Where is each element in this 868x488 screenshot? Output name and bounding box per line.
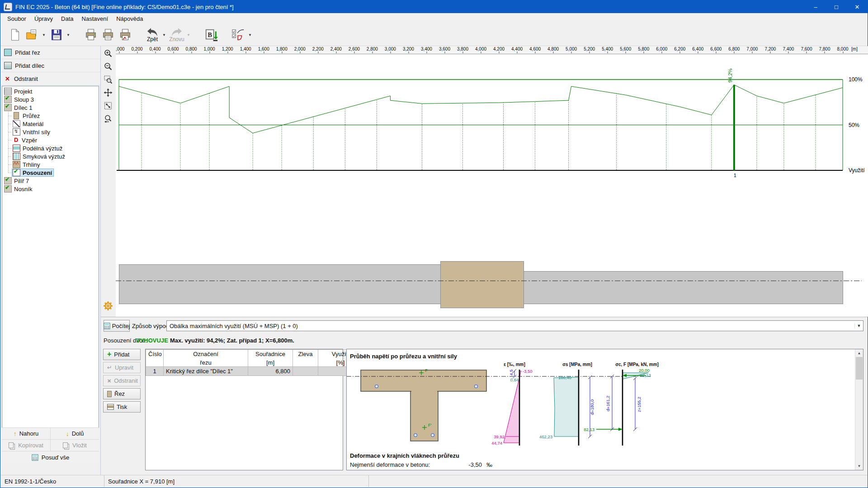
svg-text:4,5: 4,5 [509,370,514,375]
ruler-tick: 5,000 [566,47,577,52]
ruler-tick: 5,400 [602,47,613,52]
ruler-tick: 0,000 [116,47,125,52]
tree-item[interactable]: Pilíř 7 [2,177,99,185]
tree-item[interactable]: Projekt [2,87,99,95]
print-view-button[interactable] [100,25,116,45]
tree-item[interactable]: Nosník [2,185,99,193]
copy-button[interactable]: Kopírovat [2,440,50,451]
copy-icon [9,442,14,448]
undo-button[interactable]: Zpět [144,25,160,45]
zoom-previous-button[interactable] [102,113,114,125]
section-action-button[interactable]: Řez [103,388,141,399]
pan-icon [104,88,113,97]
pan-button[interactable] [102,87,114,99]
open-file-button[interactable] [24,25,40,45]
left-sidebar: Přidat řez Přidat dílec Odstranit [1,46,101,475]
zoom-window-button[interactable] [102,74,114,85]
method-select[interactable]: Obálka maximálních využití (MSÚ + MSP) (… [166,320,863,331]
redo-dropdown[interactable]: ▼ [186,25,191,45]
move-down-button[interactable]: ↓ Dolů [51,428,99,439]
menu-bar: SouborÚpravyDataNastaveníNápověda [0,13,868,24]
menu-item[interactable]: Úpravy [30,14,57,23]
tree-item-label: Podélná výztuž [23,145,62,152]
beam-elevation-right-segment [524,271,843,304]
new-file-button[interactable] [7,25,23,45]
drawing-canvas[interactable]: 0,0000,2000,4000,6000,8001,0001,2001,400… [116,46,868,317]
redo-icon [171,28,183,37]
svg-text:82,13: 82,13 [584,427,594,432]
settings-gear-button[interactable] [103,300,113,313]
sidebar-action-button[interactable]: Přidat řez [1,46,100,59]
tree-item[interactable]: Smyková výztuž [2,152,99,160]
maximize-button[interactable]: □ [826,0,847,13]
tree-item[interactable]: Posouzení [2,169,99,177]
scroll-down-icon[interactable]: ▼ [855,462,863,470]
strain-diagram-label: ε [‰, mm] [504,362,525,367]
svg-text:z=155,2: z=155,2 [637,397,642,412]
ruler-tick: 5,200 [584,47,595,52]
ruler-tick: 3,800 [457,47,468,52]
menu-item[interactable]: Soubor [3,14,30,23]
check-all-button[interactable]: Posuď vše [2,451,99,463]
svg-text:188,40: 188,40 [558,375,571,380]
section-action-button[interactable]: Tisk [103,401,141,413]
table-row[interactable]: 1 Kritický řez dílce "Dílec 1" 6,800 94,… [146,367,363,376]
print-button[interactable] [83,25,99,45]
section-action-button[interactable]: Přidat [103,349,141,360]
stress-panel-title: Průběh napětí po průřezu a vnitřní síly [350,353,457,360]
shear-reinforcement-icon [13,153,20,160]
tree-item[interactable]: Dílec 1 [2,103,99,112]
scroll-up-icon[interactable]: ▲ [855,349,863,357]
zoom-in-button[interactable] [102,47,114,59]
tree-nav-buttons: ↑ Nahoru ↓ Dolů Kopírovat Vložit [2,427,99,451]
longitudinal-reinforcement-icon [13,145,20,152]
sidebar-action-button[interactable]: Odstranit [1,72,100,85]
tree-item[interactable]: Materiál [2,120,99,128]
undo-dropdown[interactable]: ▼ [161,25,167,45]
scrollbar[interactable]: ▲ ▼ [855,349,863,470]
paste-button[interactable]: Vložit [51,440,99,451]
svg-text:F': F' [428,422,432,427]
tree-item[interactable]: Trhliny [2,160,99,169]
member-ok-icon [4,185,12,192]
close-button[interactable]: ✕ [847,0,868,13]
chevron-down-icon[interactable]: ▼ [854,324,863,328]
document-export-button[interactable]: B [203,25,219,45]
ruler-tick: 2,000 [294,47,306,52]
section-action-button[interactable]: Odstranit [103,375,141,386]
open-dropdown[interactable]: ▼ [41,25,47,45]
section-action-button[interactable]: Upravit [103,362,141,373]
print-settings-button[interactable] [117,25,133,45]
zoom-all-button[interactable] [102,100,114,112]
ruler-tick: 2,600 [349,47,360,52]
minimize-button[interactable]: – [805,0,826,13]
section-buttons: Přidat Upravit Odstranit Řez [103,349,141,414]
move-up-button[interactable]: ↑ Nahoru [2,428,50,439]
assessment-panel: Počítej Způsob výpočtu: Obálka maximální… [101,317,867,475]
tree-item[interactable]: Podélná výztuž [2,144,99,152]
ruler-tick: 4,000 [475,47,486,52]
ruler-tick: 7,200 [764,47,776,52]
zoom-out-button[interactable] [102,61,114,72]
cross-section-drawing: F F' [361,368,486,441]
menu-item[interactable]: Nastavení [78,14,113,23]
tree-item[interactable]: Sloup 3 [2,95,99,103]
save-button[interactable] [48,25,65,45]
results-display-button[interactable] [230,25,246,45]
zoom-previous-icon [104,114,113,123]
redo-button[interactable]: Znovu [169,25,185,45]
menu-item[interactable]: Nápověda [112,14,147,23]
tree-item[interactable]: Vnitřní síly [2,128,99,136]
tree-item[interactable]: Vzpěr [2,136,99,144]
menu-item[interactable]: Data [57,14,77,23]
tree-item[interactable]: Průřez [2,112,99,120]
svg-text:F: F [425,368,428,373]
scroll-thumb[interactable] [856,357,863,380]
results-dropdown[interactable]: ▼ [247,25,253,45]
ruler-tick: 3,000 [385,47,396,52]
sidebar-action-button[interactable]: Přidat dílec [1,59,100,72]
save-dropdown[interactable]: ▼ [66,25,71,45]
compute-button[interactable]: Počítej [104,320,130,332]
ruler-tick: 3,400 [421,47,432,52]
concrete-stress-diagram-label: σc, F [MPa, kN, mm] [615,362,659,367]
